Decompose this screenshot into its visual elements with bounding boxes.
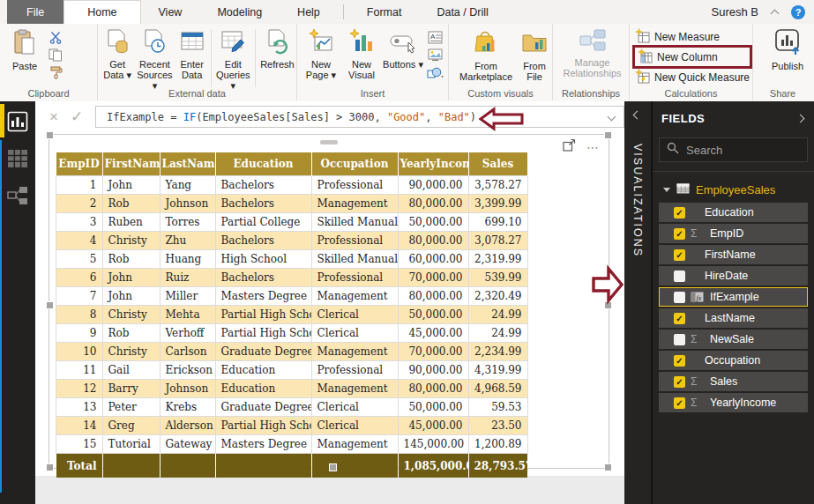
resize-handle-right[interactable] <box>604 301 612 309</box>
help-icon[interactable]: ? <box>791 5 805 19</box>
refresh-button[interactable]: Refresh <box>259 27 295 70</box>
buttons-icon <box>389 27 417 59</box>
image-icon[interactable] <box>428 48 443 63</box>
tab-view[interactable]: View <box>141 0 200 24</box>
tab-modeling-label: Modeling <box>217 6 262 19</box>
signed-in-user[interactable]: Suresh B <box>712 5 758 19</box>
resize-handle-bottom-right[interactable] <box>604 463 612 471</box>
model-view-button[interactable] <box>0 182 35 212</box>
resize-handle-top-left[interactable] <box>46 131 54 139</box>
field-checkbox[interactable] <box>674 334 685 345</box>
field-checkbox[interactable]: ✓ <box>674 228 685 240</box>
collapse-table-icon[interactable] <box>663 188 670 192</box>
table-node-employeesales[interactable]: EmployeeSales <box>653 179 814 203</box>
field-item-sales[interactable]: ✓ΣSales <box>659 372 808 391</box>
buttons-button[interactable]: Buttons ▾ <box>383 27 423 70</box>
recent-sources-button[interactable]: Recent Sources ▾ <box>134 27 175 91</box>
field-item-hiredate[interactable]: HireDate <box>659 266 808 285</box>
copy-icon[interactable] <box>49 48 63 63</box>
expand-visualizations-icon[interactable] <box>633 111 642 120</box>
cut-icon[interactable] <box>49 30 63 45</box>
visualizations-panel-collapsed[interactable]: VISUALIZATIONS <box>624 101 653 504</box>
focus-mode-icon[interactable] <box>563 138 576 155</box>
report-view-button[interactable] <box>0 108 35 138</box>
table-cell: 70,000.00 <box>398 269 468 287</box>
table-cell: 50,000.00 <box>398 398 468 417</box>
data-view-button[interactable] <box>0 145 35 175</box>
tab-file[interactable]: File <box>7 0 63 24</box>
text-box-icon[interactable]: A <box>428 30 443 45</box>
field-item-ifexample[interactable]: fxIfExample <box>659 287 808 307</box>
field-item-empid[interactable]: ✓ΣEmpID <box>659 224 808 243</box>
collapse-ribbon-icon[interactable] <box>771 9 780 18</box>
resize-handle-left[interactable] <box>46 301 54 309</box>
table-cell: 24.99 <box>468 306 527 324</box>
manage-relationships-button[interactable]: Manage Relationships <box>557 27 628 78</box>
column-header-sales[interactable]: Sales <box>468 152 527 176</box>
tab-data-drill[interactable]: Data / Drill <box>419 0 505 24</box>
more-options-icon[interactable]: ⋯ <box>586 140 600 154</box>
field-checkbox[interactable]: ✓ <box>674 313 685 324</box>
table-cell: 3,399.99 <box>468 195 527 213</box>
enter-data-button[interactable]: Enter Data <box>177 27 207 80</box>
from-marketplace-button[interactable]: From Marketplace <box>456 27 516 82</box>
new-column-button[interactable]: New Column <box>632 45 752 69</box>
table-row: 9RobVerhoffPartial High SchoolClerical45… <box>56 324 528 343</box>
field-checkbox[interactable]: ✓ <box>674 355 685 367</box>
resize-handle-bottom[interactable] <box>329 463 337 471</box>
get-data-button[interactable]: Get Data ▾ <box>102 27 132 80</box>
calculated-column-icon: fx <box>691 292 705 302</box>
field-checkbox[interactable]: ✓ <box>674 397 685 409</box>
column-header-education[interactable]: Education <box>215 152 311 176</box>
table-cell: 24.99 <box>468 324 527 343</box>
field-item-education[interactable]: ✓Education <box>659 203 808 222</box>
column-header-empid[interactable]: EmpID <box>56 152 103 176</box>
accept-formula-button[interactable]: ✓ <box>65 107 88 126</box>
field-checkbox[interactable] <box>674 271 685 282</box>
field-checkbox[interactable]: ✓ <box>674 249 685 261</box>
tab-format[interactable]: Format <box>349 0 420 24</box>
from-file-button[interactable]: From File <box>518 27 551 82</box>
field-item-firstname[interactable]: ✓FirstName <box>659 245 808 264</box>
from-marketplace-label: From Marketplace <box>456 61 516 82</box>
column-header-firstname[interactable]: FirstName <box>102 152 160 176</box>
table-cell: Management <box>311 380 398 398</box>
column-header-lastname[interactable]: LastName <box>160 152 215 176</box>
field-item-yearlyincome[interactable]: ✓ΣYearlyIncome <box>659 393 808 412</box>
field-label: IfExample <box>710 291 759 303</box>
field-item-newsale[interactable]: ΣNewSale <box>659 330 808 349</box>
tab-home[interactable]: Home <box>63 0 140 25</box>
formula-input[interactable]: IfExample = IF(EmployeeSales[Sales] > 30… <box>95 106 624 128</box>
publish-button[interactable]: Publish <box>765 27 810 71</box>
new-measure-button[interactable]: New Measure <box>635 27 752 46</box>
field-checkbox[interactable] <box>674 292 685 303</box>
paste-button[interactable]: Paste <box>4 27 45 71</box>
visual-drag-handle[interactable] <box>320 140 338 145</box>
field-item-occupation[interactable]: ✓Occupation <box>659 351 808 370</box>
table-cell: 90,000.00 <box>398 176 468 195</box>
tab-help[interactable]: Help <box>280 0 338 24</box>
group-label-insert: Insert <box>297 88 448 99</box>
new-page-button[interactable]: New Page ▾ <box>302 27 340 80</box>
field-checkbox[interactable]: ✓ <box>674 207 685 219</box>
expand-formula-icon[interactable] <box>608 113 616 122</box>
shapes-icon[interactable] <box>427 65 444 80</box>
format-painter-icon[interactable] <box>49 65 63 80</box>
manage-relationships-icon <box>579 27 607 57</box>
new-visual-button[interactable]: New Visual <box>342 27 381 80</box>
ribbon-group-custom-visuals: From Marketplace From File Custom visual… <box>449 24 553 100</box>
column-header-occupation[interactable]: Occupation <box>311 152 398 176</box>
field-item-lastname[interactable]: ✓LastName <box>659 308 808 328</box>
search-input[interactable]: Search <box>659 137 808 162</box>
new-quick-measure-button[interactable]: New Quick Measure <box>635 68 752 86</box>
collapse-fields-icon[interactable] <box>796 115 805 123</box>
field-checkbox[interactable]: ✓ <box>674 376 685 388</box>
cancel-formula-button[interactable]: × <box>42 108 65 126</box>
edit-queries-button[interactable]: Edit Queries ▾ <box>215 27 251 91</box>
table-visual[interactable]: ⋯ EmpIDFirstNameLastNameEducationOccupat… <box>49 134 609 469</box>
resize-handle-bottom-left[interactable] <box>46 463 54 471</box>
tab-modeling[interactable]: Modeling <box>199 0 280 24</box>
table-cell: Gail <box>102 361 160 380</box>
column-header-yearlyincome[interactable]: YearlyIncome <box>398 152 468 176</box>
resize-handle-top-right[interactable] <box>604 131 612 139</box>
